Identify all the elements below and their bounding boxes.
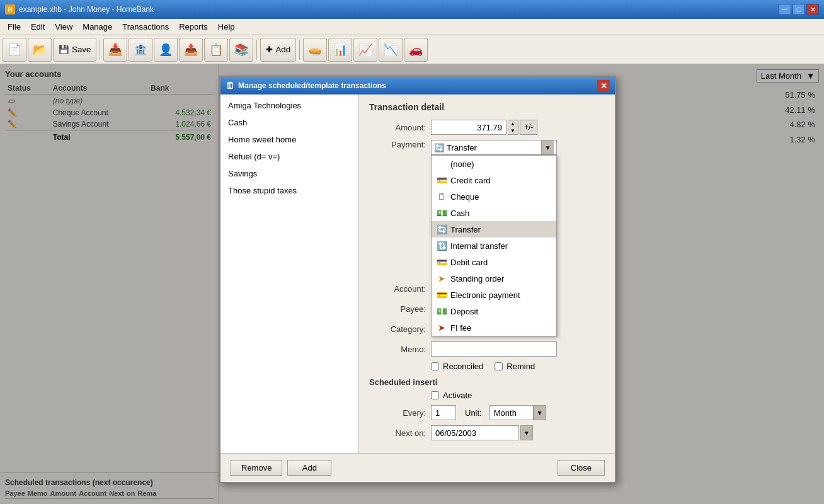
modal-title-bar: 🗓 Manage scheduled/template transactions… [220,77,615,94]
modal-title-icon: 🗓 [226,81,234,91]
modal-body: Amiga Technologies Cash Home sweet home … [220,94,615,453]
import-button[interactable]: 📥 [103,38,127,62]
every-label: Every: [369,408,426,418]
checkbox-row: Reconciled Remind [369,362,605,371]
modal-close-x-button[interactable]: ✕ [597,80,610,91]
add-icon: ✚ [266,45,273,54]
add-transaction-button[interactable]: ✚ Add [260,38,296,62]
memo-input[interactable] [431,341,557,357]
minimize-button[interactable]: ─ [779,4,791,15]
checkboxes: Reconciled Remind [431,362,535,371]
payment-option-none[interactable]: (none) [432,156,556,172]
payment-option-internal[interactable]: 🔃 Internal transfer [432,238,556,254]
payment-fi-label: FI fee [450,323,471,333]
payment-option-credit[interactable]: 💳 Credit card [432,172,556,188]
payment-option-cheque[interactable]: 🗒 Cheque [432,188,556,205]
credit-card-icon: 💳 [437,175,447,185]
remove-button[interactable]: Remove [231,460,282,476]
list-item-0[interactable]: Amiga Technologies [220,97,358,114]
close-window-button[interactable]: ✕ [806,4,819,15]
every-input[interactable] [431,405,456,420]
list-item-3[interactable]: Refuel (d= v=) [220,148,358,165]
payment-dropdown-arrow: ▼ [541,140,554,154]
menu-reports[interactable]: Reports [174,20,213,33]
save-button[interactable]: 💾 Save [53,38,96,62]
new-button[interactable]: 📄 [3,38,26,62]
amount-up-button[interactable]: ▲ [508,120,518,127]
modal-template-list: Amiga Technologies Cash Home sweet home … [220,94,359,453]
payment-internal-label: Internal transfer [450,241,508,251]
archive-button[interactable]: 📚 [229,38,253,62]
unit-input[interactable] [489,405,534,420]
menu-transactions[interactable]: Transactions [117,20,174,33]
fi-fee-icon: ➤ [437,323,447,333]
open-button[interactable]: 📂 [28,38,52,62]
payment-option-standing[interactable]: ➤ Standing order [432,270,556,287]
electronic-payment-icon: 💳 [437,290,447,300]
payment-standing-label: Standing order [450,274,504,284]
debit-card-icon: 💳 [437,257,447,267]
payment-option-deposit[interactable]: 💵 Deposit [432,303,556,319]
amount-row: Amount: ▲ ▼ +/- [369,120,605,135]
account-label: Account: [369,284,426,294]
toolbar-separator-2 [256,40,257,60]
next-on-label: Next on: [369,428,426,438]
window-title: example.xhb - John Money - HomeBank [19,5,779,14]
plus-minus-button[interactable]: +/- [520,120,537,135]
budget-button[interactable]: 📋 [204,38,228,62]
payment-electronic-label: Electronic payment [450,290,520,300]
export-button[interactable]: 📤 [179,38,203,62]
scheduled-insert-title: Scheduled inserti [369,377,605,387]
car-button[interactable]: 🚗 [404,38,428,62]
payment-select-icon: 🔄 [434,143,444,152]
next-on-row: Next on: ▼ [369,425,605,440]
account-button[interactable]: 🏦 [129,38,152,62]
payment-transfer-label: Transfer [450,225,481,234]
amount-input[interactable] [431,120,506,135]
activate-group: Activate [431,391,472,400]
remind-checkbox[interactable] [495,362,503,370]
payment-option-electronic[interactable]: 💳 Electronic payment [432,287,556,303]
menu-help[interactable]: Help [213,20,240,33]
list-item-2[interactable]: Home sweet home [220,131,358,148]
payment-select-wrapper: 🔄 Transfer ▼ (none) 💳 Credit card [431,140,557,155]
payment-select-button[interactable]: 🔄 Transfer ▼ [431,140,557,155]
standing-order-icon: ➤ [437,273,447,284]
list-item-5[interactable]: Those stupid taxes [220,182,358,199]
reconciled-label: Reconciled [443,362,483,371]
menu-edit[interactable]: Edit [26,20,50,33]
pie-chart-button[interactable]: 🥧 [303,38,327,62]
payment-option-cash[interactable]: 💵 Cash [432,205,556,221]
modal-footer: Remove Add Close [220,453,615,482]
activate-checkbox[interactable] [431,391,439,399]
transaction-detail-title: Transaction detail [369,102,605,112]
unit-dropdown-button[interactable]: ▼ [534,405,546,420]
menu-view[interactable]: View [50,20,77,33]
payment-option-debit[interactable]: 💳 Debit card [432,254,556,270]
payment-label: Payment: [369,140,426,149]
report2-button[interactable]: 📈 [353,38,377,62]
report1-button[interactable]: 📊 [328,38,352,62]
menu-manage[interactable]: Manage [77,20,117,33]
category-label: Category: [369,324,426,334]
next-on-input[interactable] [431,425,519,440]
close-modal-button[interactable]: Close [558,460,605,476]
save-label: Save [72,45,91,54]
add-label: Add [275,45,290,54]
save-icon: 💾 [59,45,69,54]
reconciled-checkbox[interactable] [431,362,439,370]
amount-down-button[interactable]: ▼ [508,127,518,134]
payment-option-transfer[interactable]: 🔄 Transfer [432,221,556,238]
maximize-button[interactable]: □ [793,4,805,15]
remind-label: Remind [506,362,535,371]
deposit-icon: 💵 [437,306,447,316]
payment-option-fi[interactable]: ➤ FI fee [432,319,556,336]
menu-file[interactable]: File [3,20,26,33]
payee-button[interactable]: 👤 [154,38,178,62]
report3-button[interactable]: 📉 [379,38,403,62]
list-item-4[interactable]: Savings [220,165,358,182]
modal-action-buttons: Remove Add [231,460,331,476]
next-on-calendar-button[interactable]: ▼ [520,425,533,440]
list-item-1[interactable]: Cash [220,114,358,131]
add-template-button[interactable]: Add [287,460,331,476]
